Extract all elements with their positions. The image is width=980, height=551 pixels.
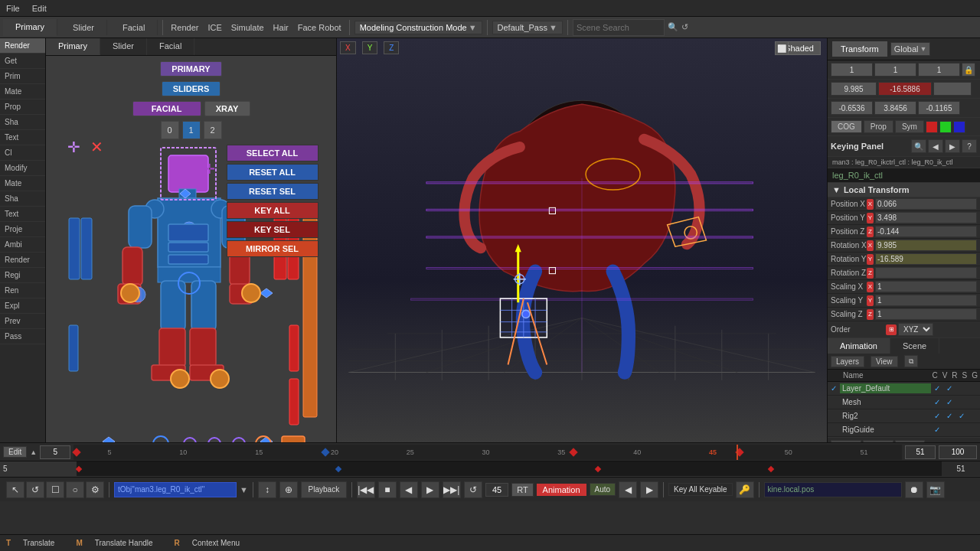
rig-ctrl-bottom-l[interactable] [153,436,168,442]
layers-copy-icon[interactable]: ⧉ [904,355,918,367]
rig-ctrl-bottom-rect[interactable] [282,436,305,442]
rig-r-lower-leg[interactable] [190,328,216,367]
total-frames-input[interactable] [939,445,977,459]
left-item-prev[interactable]: Prev [0,314,45,329]
tab-slider[interactable]: Slider [60,20,107,35]
scaling-y-value[interactable] [875,295,977,306]
frame-end-input[interactable] [905,445,936,459]
rotation-x-icon[interactable]: X [867,240,874,251]
left-item-ambi[interactable]: Ambi [0,237,45,253]
tool-circle-icon[interactable]: ○ [66,481,84,498]
pb-play-rev-icon[interactable]: ◀ [400,481,418,498]
num-0-button[interactable]: 0 [161,121,179,139]
rig-diamond-l-foot[interactable] [103,437,115,442]
scaling-z-icon[interactable]: Z [867,309,874,320]
layer-v-mesh[interactable]: ✓ [943,398,956,406]
left-item-prim[interactable]: Prim [0,69,45,84]
rig-ctrl-bottom-c3[interactable] [233,438,245,442]
sliders-button[interactable]: SLIDERS [162,81,221,96]
key-sel-button[interactable]: KEY SEL [227,221,318,238]
keying-info-icon[interactable]: ? [962,139,977,153]
order-dropdown[interactable]: XYZ XZY YXZ ZXY [898,323,933,336]
layer-name-rig2[interactable]: Rig2 [840,411,931,421]
pb-auto-prev[interactable]: ◀ [619,481,637,498]
menu-face-robot[interactable]: Face Robot [295,23,345,32]
pb-record-icon[interactable]: ⏺ [905,481,923,498]
num-x-input[interactable] [831,63,873,77]
menu-hair[interactable]: Hair [270,23,292,32]
left-item-mate2[interactable]: Mate [0,176,45,191]
viewport[interactable]: X Y Z Shaded ⬜ [337,38,827,442]
rig-l-lower-leg[interactable] [159,328,185,367]
rig-tab-primary[interactable]: Primary [46,38,100,55]
tab-primary[interactable]: Primary [3,19,57,36]
object-input[interactable] [114,482,237,497]
refresh-icon[interactable]: ↺ [681,22,688,32]
rotation-z-value[interactable] [875,267,977,279]
scaling-z-value[interactable] [875,308,977,320]
rot-x-input[interactable] [831,101,873,115]
menu-edit[interactable]: Edit [29,4,50,13]
pb-stop-icon[interactable]: ■ [378,481,397,498]
frame-start-input[interactable] [40,445,70,459]
left-item-text[interactable]: Text [0,130,45,145]
rig-ctrl-l-strip3[interactable] [69,325,78,371]
search-icon[interactable]: 🔍 [668,22,678,32]
left-item-regi[interactable]: Regi [0,268,45,283]
layer-name-default[interactable]: Layer_Default [840,383,931,393]
facial-button[interactable]: FACIAL [132,101,201,116]
left-item-text2[interactable]: Text [0,207,45,222]
position-y-icon[interactable]: Y [867,213,874,223]
left-item-ren[interactable]: Ren [0,283,45,298]
primary-button[interactable]: PRIMARY [160,61,221,77]
rig-ctrl-bottom-r[interactable] [256,436,271,442]
sym-button[interactable]: Sym [895,120,924,133]
layer-row-mesh[interactable]: Mesh ✓ ✓ [828,396,980,409]
pb-auto-next[interactable]: ▶ [640,481,658,498]
rig-plus-icon[interactable]: ✛ [204,161,215,177]
left-item-render[interactable]: Render [0,38,45,54]
position-y-value[interactable] [875,212,977,223]
reset-sel-button[interactable]: RESET SEL [227,183,318,200]
rotation-y-icon[interactable]: Y [867,254,874,265]
pb-tool1-icon[interactable]: ↕ [258,481,276,498]
xray-button[interactable]: XRAY [204,101,250,116]
scaling-x-icon[interactable]: X [867,282,874,292]
left-item-sha[interactable]: Sha [0,115,45,130]
rig-ctrl-center[interactable] [178,272,200,294]
red-indicator[interactable] [926,121,938,133]
rotation-z-icon[interactable]: Z [867,268,874,279]
object-dropdown-icon[interactable]: ▼ [240,485,248,494]
position-z-value[interactable] [875,226,977,237]
num-lock-icon[interactable]: 🔒 [962,63,975,77]
pb-tool2-icon[interactable]: ⊕ [279,481,298,498]
pos-z-input[interactable] [933,82,972,96]
rig-tab-slider[interactable]: Slider [100,38,147,55]
rig-diamond-r-hip[interactable] [260,289,273,298]
pos-y-input[interactable] [878,82,932,96]
menu-ice[interactable]: ICE [204,23,224,32]
animation-button[interactable]: Animation [537,484,586,496]
layer-check-default[interactable]: ✓ [828,384,840,393]
rig-ctrl-belt3[interactable] [168,255,208,264]
tab-facial[interactable]: Facial [110,20,158,35]
key-all-button[interactable]: KEY ALL [227,202,318,219]
rig-ctrl-r-strip4[interactable] [289,379,299,425]
layer-name-mesh[interactable]: Mesh [840,397,931,407]
layer-r-rig2[interactable]: ✓ [956,412,968,420]
rotation-y-value[interactable] [875,253,977,265]
keying-search-icon[interactable]: 🔍 [911,139,926,153]
keyframe-track[interactable] [77,461,942,476]
timeline-ruler[interactable]: 5 10 15 20 25 30 35 40 45 50 51 [74,445,902,460]
rig-l-forearm[interactable] [122,247,142,285]
left-item-mate[interactable]: Mate [0,84,45,99]
rig-tab-facial[interactable]: Facial [147,38,194,55]
rig-ctrl-bottom-c2[interactable] [208,438,220,442]
rig-ctrl-l-strip2[interactable] [81,218,92,279]
rig-ctrl-l-wrist[interactable] [121,284,139,302]
keying-next-icon[interactable]: ▶ [945,139,960,153]
reset-all-button[interactable]: RESET ALL [227,164,318,181]
x-axis-btn[interactable]: X [340,41,356,54]
rot-y-input[interactable] [874,101,916,115]
playback-button[interactable]: Playback [301,481,347,498]
